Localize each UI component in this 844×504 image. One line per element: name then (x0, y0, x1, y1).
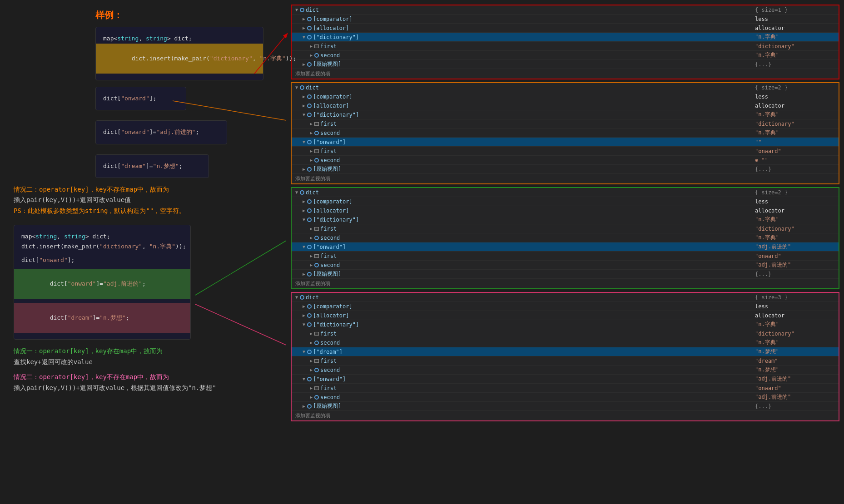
object-icon (307, 322, 312, 327)
var-name: first (320, 43, 746, 49)
code-spacer (21, 265, 183, 269)
expander-icon[interactable]: ▼ (293, 85, 300, 90)
var-value: {...} (746, 61, 837, 68)
expander-icon[interactable]: ▼ (293, 7, 300, 12)
expander-icon[interactable]: ▶ (301, 272, 307, 277)
ann-black-1: 查找key+返回可改的value (14, 357, 268, 368)
expander-icon[interactable]: ▶ (308, 130, 314, 135)
ann-line1: 情况二：operator[key]，key不存在map中，故而为 (14, 184, 268, 195)
expander-icon[interactable]: ▼ (301, 376, 307, 381)
expander-icon[interactable]: ▶ (301, 94, 307, 99)
expander-icon[interactable]: ▶ (308, 367, 314, 372)
object-icon (307, 404, 312, 409)
var-name: first (320, 358, 746, 364)
object-icon (314, 236, 319, 240)
ann-line3: PS：此处模板参数类型为string，默认构造为""，空字符。 (14, 206, 268, 217)
var-value: "n.字典" (746, 216, 837, 223)
expander-icon[interactable]: ▶ (308, 53, 314, 58)
code-line-highlight-pink: dict["dream"]="n.梦想"; (14, 303, 190, 333)
object-icon (307, 140, 312, 144)
expander-icon[interactable]: ▶ (308, 235, 314, 240)
expander-icon[interactable]: ▶ (308, 262, 314, 267)
debug-row: ▶ first "dictionary" (292, 42, 839, 51)
debug-row: ▶ second ⊕ "" (292, 156, 839, 165)
debug-row: ▼ dict { size=2 } (292, 83, 839, 92)
code-block-1: map<string, string> dict; dict.insert(ma… (95, 27, 263, 80)
expander-icon[interactable]: ▶ (301, 304, 307, 309)
debug-row: ▶ first "onward" (292, 384, 839, 393)
expander-icon[interactable]: ▶ (301, 199, 307, 204)
expander-icon[interactable]: ▶ (308, 226, 314, 231)
expander-icon[interactable]: ▶ (301, 103, 307, 108)
expander-icon[interactable]: ▼ (301, 322, 307, 327)
expander-icon[interactable]: ▼ (301, 112, 307, 117)
debug-row: ▼ ["dictionary"] "n.字典" (292, 110, 839, 119)
expander-icon[interactable]: ▶ (308, 340, 314, 345)
var-name: second (320, 340, 746, 346)
expander-icon[interactable]: ▶ (308, 253, 314, 258)
var-name: [原始视图] (313, 60, 746, 68)
debug-row: ▶ second "n.字典" (292, 233, 839, 242)
object-icon (307, 208, 312, 213)
add-watch[interactable]: 添加要监视的项 (292, 69, 839, 79)
var-name: ["dictionary"] (313, 112, 746, 118)
expander-icon[interactable]: ▶ (301, 404, 307, 409)
add-watch[interactable]: 添加要监视的项 (292, 279, 839, 288)
expander-icon[interactable]: ▶ (301, 313, 307, 318)
var-value: {...} (746, 403, 837, 410)
expander-icon[interactable]: ▶ (301, 62, 307, 67)
code-line-highlight: dict.insert(make_pair("dictionary", "n.字… (96, 44, 263, 74)
expander-icon[interactable]: ▶ (308, 148, 314, 153)
expander-icon[interactable]: ▼ (293, 295, 300, 300)
debug-row: ▶ [allocator] allocator (292, 101, 839, 110)
var-name: [原始视图] (313, 402, 746, 410)
expander-icon[interactable]: ▶ (301, 208, 307, 213)
object-icon (307, 62, 312, 67)
object-icon (307, 350, 312, 354)
object-icon (314, 263, 319, 267)
field-icon (314, 359, 319, 363)
debug-row: ▶ [原始视图] {...} (292, 402, 839, 411)
expander-icon[interactable]: ▶ (308, 158, 314, 163)
var-value: "adj.前进的" (746, 393, 837, 401)
var-value: "n.梦想" (746, 348, 837, 356)
expander-icon[interactable]: ▶ (308, 358, 314, 363)
expander-icon[interactable]: ▼ (301, 35, 307, 40)
add-watch[interactable]: 添加要监视的项 (292, 174, 839, 183)
expander-icon[interactable]: ▶ (308, 385, 314, 390)
expander-icon[interactable]: ▶ (308, 331, 314, 336)
field-icon (314, 44, 319, 48)
expander-icon[interactable]: ▶ (301, 167, 307, 172)
debug-row-highlighted: ▼ ["onward"] "adj.前进的" (292, 242, 839, 252)
expander-icon[interactable]: ▼ (293, 190, 300, 195)
annotation-1: 情况二：operator[key]，key不存在map中，故而为 插入pair(… (14, 184, 268, 217)
var-value: less (746, 198, 837, 205)
expander-icon[interactable]: ▼ (301, 349, 307, 354)
expander-icon[interactable]: ▼ (301, 217, 307, 222)
var-value: allocator (746, 103, 837, 109)
var-value: less (746, 94, 837, 100)
expander-icon[interactable]: ▶ (308, 121, 314, 126)
var-name: dict (306, 294, 746, 301)
expander-icon[interactable]: ▶ (301, 16, 307, 21)
var-value: allocator (746, 208, 837, 214)
var-value: "dictionary" (746, 121, 837, 127)
var-name: second (320, 394, 746, 400)
var-name: first (320, 226, 746, 232)
var-name: [原始视图] (313, 270, 746, 278)
var-name: [comparator] (313, 198, 746, 205)
expander-icon[interactable]: ▼ (301, 139, 307, 144)
annotation-2: 情况一：operator[key]，key存在map中，故而为 查找key+返回… (14, 346, 268, 368)
field-icon (314, 122, 319, 126)
expander-icon[interactable]: ▶ (308, 44, 314, 49)
var-value: "dictionary" (746, 226, 837, 232)
var-value: "adj.前进的" (746, 375, 837, 383)
expander-icon[interactable]: ▶ (301, 25, 307, 30)
object-icon (314, 341, 319, 345)
code-block-2: dict["onward"]; (95, 87, 186, 110)
var-name: [allocator] (313, 103, 746, 109)
debug-row: ▼ ["dictionary"] "n.字典" (292, 215, 839, 224)
expander-icon[interactable]: ▶ (308, 395, 314, 400)
expander-icon[interactable]: ▼ (301, 244, 307, 249)
add-watch[interactable]: 添加要监视的项 (292, 411, 839, 420)
